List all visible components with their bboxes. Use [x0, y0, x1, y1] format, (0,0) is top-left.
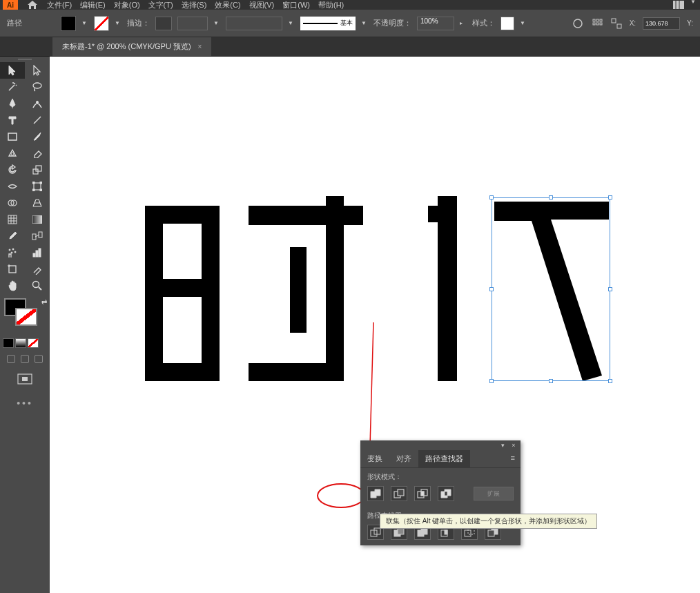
arrange-dropdown[interactable]: ▼	[690, 0, 697, 11]
menu-window[interactable]: 窗口(W)	[282, 0, 310, 10]
swap-colors-icon[interactable]: ⇄	[41, 298, 47, 306]
menu-help[interactable]: 帮助(H)	[318, 0, 344, 10]
symbol-sprayer-tool[interactable]	[0, 244, 25, 261]
svg-rect-11	[617, 24, 621, 28]
style-label: 样式：	[472, 18, 495, 28]
tab-close-icon[interactable]: ×	[198, 43, 202, 50]
recolor-icon[interactable]	[572, 17, 584, 30]
stroke-profile[interactable]	[177, 17, 208, 30]
x-value[interactable]: 130.678	[643, 17, 680, 30]
stroke-dropdown[interactable]: ▼	[115, 20, 121, 26]
eyedropper-tool[interactable]	[0, 228, 25, 244]
direct-selection-tool[interactable]	[25, 62, 50, 79]
svg-rect-52	[249, 206, 363, 225]
arrange-icon[interactable]	[672, 0, 685, 11]
artboard-tool[interactable]	[0, 261, 25, 278]
opacity-dropdown[interactable]: ▸	[460, 20, 467, 26]
stroke-style-dropdown[interactable]: ▼	[361, 20, 368, 26]
opacity-input[interactable]: 100%	[417, 17, 454, 30]
lasso-tool[interactable]	[25, 79, 50, 95]
transform-icon[interactable]	[610, 17, 623, 30]
eraser-tool[interactable]	[25, 145, 50, 162]
type-tool[interactable]	[0, 112, 25, 128]
graphic-style-swatch[interactable]	[500, 17, 514, 30]
selection-handle-br[interactable]	[608, 379, 612, 383]
curvature-tool[interactable]	[25, 95, 50, 112]
tab-align[interactable]: 对齐	[389, 450, 418, 467]
line-tool[interactable]	[25, 112, 50, 128]
fill-dropdown[interactable]: ▼	[81, 20, 88, 26]
shaper-tool[interactable]	[0, 145, 25, 162]
rotate-tool[interactable]	[0, 162, 25, 178]
tab-pathfinder[interactable]: 路径查找器	[418, 450, 470, 467]
mesh-tool[interactable]	[0, 211, 25, 228]
selection-handle-ml[interactable]	[489, 287, 494, 291]
brush-dropdown[interactable]: ▼	[288, 20, 295, 26]
svg-rect-26	[8, 215, 17, 224]
blend-tool[interactable]	[25, 228, 50, 244]
style-dropdown[interactable]: ▼	[520, 20, 527, 26]
svg-point-35	[9, 249, 10, 251]
panel-menu-icon[interactable]: ≡	[505, 450, 521, 467]
home-icon[interactable]	[26, 0, 39, 10]
intersect-button[interactable]	[414, 486, 431, 501]
svg-rect-20	[32, 182, 35, 184]
panel-minimize-icon[interactable]: ▾	[498, 442, 507, 449]
background-color[interactable]	[15, 308, 37, 326]
menu-effect[interactable]: 效果(C)	[215, 0, 240, 10]
draw-normal[interactable]	[7, 355, 15, 363]
width-tool[interactable]	[0, 178, 25, 195]
mini-swatch-gradient[interactable]	[15, 338, 26, 348]
scale-tool[interactable]	[25, 162, 50, 178]
document-tab[interactable]: 未标题-1* @ 200% (CMYK/GPU 预览) ×	[52, 37, 211, 56]
draw-behind[interactable]	[21, 355, 29, 363]
unite-button[interactable]	[367, 486, 384, 501]
align-icon[interactable]	[591, 17, 603, 30]
mini-swatch-color[interactable]	[3, 338, 14, 348]
canvas[interactable]: ▾ × 变换 对齐 路径查找器 ≡ 形状模式： 扩展 路径查找器： 联集（按住 …	[50, 57, 700, 593]
selection-handle-bm[interactable]	[549, 379, 553, 383]
selection-handle-tr[interactable]	[608, 195, 612, 200]
column-graph-tool[interactable]	[25, 244, 50, 261]
exclude-button[interactable]	[438, 486, 454, 501]
svg-rect-39	[33, 253, 35, 257]
menu-edit[interactable]: 编辑(E)	[80, 0, 106, 10]
minus-front-button[interactable]	[391, 486, 407, 501]
selection-tool[interactable]	[0, 62, 25, 79]
hand-tool[interactable]	[0, 278, 25, 294]
magic-wand-tool[interactable]	[0, 79, 25, 95]
menu-select[interactable]: 选择(S)	[182, 0, 207, 10]
fill-swatch[interactable]	[61, 16, 76, 31]
mini-swatch-none[interactable]	[28, 338, 39, 348]
tool-grip[interactable]	[0, 57, 50, 62]
pen-tool[interactable]	[0, 95, 25, 112]
stroke-style-select[interactable]: 基本	[300, 17, 356, 30]
free-transform-tool[interactable]	[25, 178, 50, 195]
selection-handle-bl[interactable]	[489, 379, 494, 383]
stroke-weight-input[interactable]	[155, 17, 172, 30]
tab-transform[interactable]: 变换	[360, 450, 389, 467]
selection-handle-tl[interactable]	[489, 195, 494, 200]
shape-builder-tool[interactable]	[0, 195, 25, 211]
selection-handle-tm[interactable]	[549, 195, 553, 200]
svg-rect-5	[596, 19, 599, 21]
brush-def[interactable]	[226, 17, 282, 30]
menu-file[interactable]: 文件(F)	[47, 0, 72, 10]
slice-tool[interactable]	[25, 261, 50, 278]
screen-mode-icon[interactable]	[0, 367, 50, 391]
menu-object[interactable]: 对象(O)	[114, 0, 140, 10]
rectangle-tool[interactable]	[0, 128, 25, 145]
perspective-tool[interactable]	[25, 195, 50, 211]
expand-button[interactable]: 扩展	[474, 487, 514, 500]
draw-inside[interactable]	[35, 355, 43, 363]
stroke-swatch[interactable]	[94, 16, 109, 31]
stroke-profile-dropdown[interactable]: ▼	[213, 20, 220, 26]
gradient-tool[interactable]	[25, 211, 50, 228]
selection-handle-mr[interactable]	[608, 287, 612, 291]
edit-toolbar-icon[interactable]: •••	[0, 391, 50, 416]
menu-type[interactable]: 文字(T)	[148, 0, 173, 10]
menu-view[interactable]: 视图(V)	[249, 0, 275, 10]
paintbrush-tool[interactable]	[25, 128, 50, 145]
zoom-tool[interactable]	[25, 278, 50, 294]
panel-close-icon[interactable]: ×	[509, 442, 518, 449]
